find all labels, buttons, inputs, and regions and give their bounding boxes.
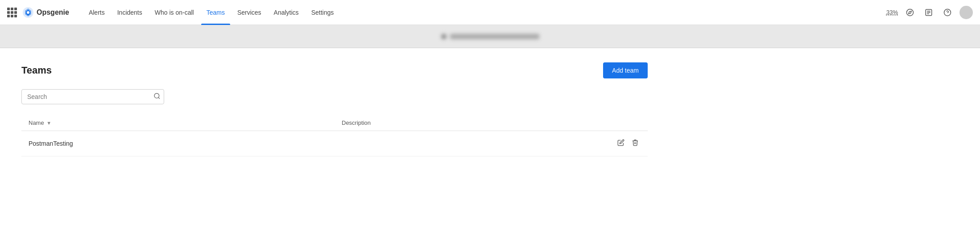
apps-grid-icon[interactable] (7, 8, 17, 17)
page-title: Teams (21, 65, 52, 76)
nav-teams[interactable]: Teams (201, 0, 230, 25)
logo-area[interactable]: Opsgenie (22, 7, 69, 18)
notification-banner (0, 25, 980, 48)
table-body: PostmanTesting (21, 131, 648, 156)
nav-right: 33% (886, 6, 973, 19)
search-icon-button[interactable] (153, 93, 161, 101)
search-container (21, 89, 648, 104)
user-avatar[interactable] (959, 6, 973, 19)
nav-who-is-on-call[interactable]: Who is on-call (149, 0, 199, 25)
nav-settings[interactable]: Settings (306, 0, 339, 25)
sort-indicator: ▼ (46, 120, 51, 126)
delete-icon[interactable] (630, 137, 641, 150)
nav-services[interactable]: Services (232, 0, 267, 25)
table-row: PostmanTesting (21, 131, 648, 156)
teams-table: Name ▼ Description PostmanTesting (21, 115, 648, 156)
team-actions-cell (608, 131, 648, 156)
banner-icon (441, 34, 447, 39)
add-team-button[interactable]: Add team (603, 62, 648, 78)
team-name-cell: PostmanTesting (21, 131, 335, 156)
svg-point-10 (154, 94, 159, 98)
table-header: Name ▼ Description (21, 115, 648, 131)
edit-icon[interactable] (616, 137, 626, 150)
search-icon (153, 93, 161, 100)
help-icon-button[interactable] (941, 6, 954, 19)
svg-marker-3 (909, 11, 911, 13)
nav-analytics[interactable]: Analytics (269, 0, 304, 25)
notes-icon-button[interactable] (922, 6, 935, 19)
nav-left: Opsgenie Alerts Incidents Who is on-call… (7, 0, 339, 25)
svg-line-11 (158, 98, 160, 99)
main-content: Teams Add team Name ▼ Description (0, 48, 669, 171)
opsgenie-logo-icon (22, 7, 34, 18)
search-input[interactable] (21, 89, 164, 104)
page-header: Teams Add team (21, 62, 648, 78)
top-navigation: Opsgenie Alerts Incidents Who is on-call… (0, 0, 980, 25)
compass-icon-button[interactable] (903, 6, 917, 19)
team-description-cell (335, 131, 608, 156)
column-description-header: Description (335, 115, 608, 131)
svg-point-2 (907, 9, 914, 16)
nav-links: Alerts Incidents Who is on-call Teams Se… (83, 0, 339, 25)
banner-text (450, 34, 539, 39)
search-input-wrap (21, 89, 164, 104)
column-name-header[interactable]: Name ▼ (21, 115, 335, 131)
banner-content (441, 34, 539, 39)
svg-point-1 (27, 11, 29, 14)
usage-percentage[interactable]: 33% (886, 9, 898, 16)
row-actions (616, 137, 641, 150)
nav-alerts[interactable]: Alerts (83, 0, 110, 25)
logo-text: Opsgenie (37, 8, 69, 16)
nav-incidents[interactable]: Incidents (112, 0, 148, 25)
